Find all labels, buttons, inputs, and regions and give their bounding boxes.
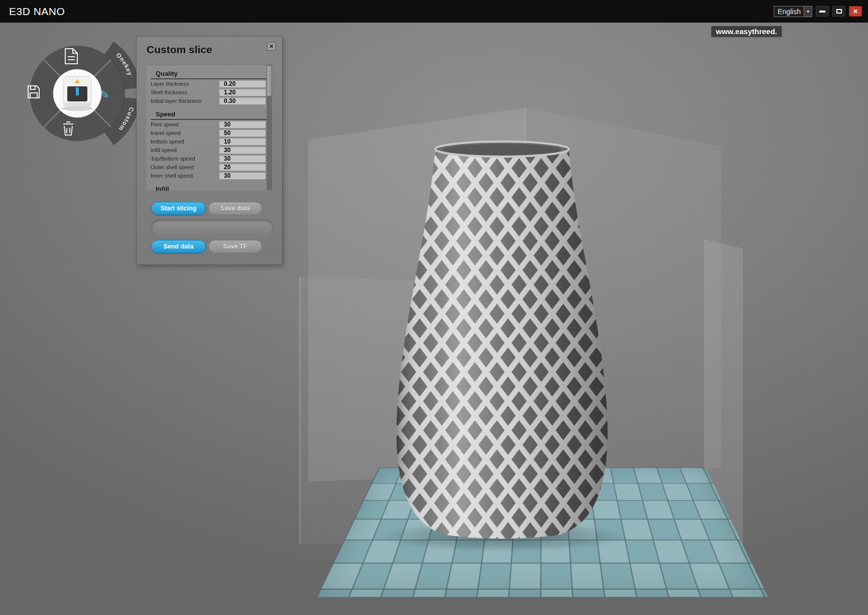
section-title: Speed <box>156 110 175 118</box>
titlebar-controls: English ▾ ✕ <box>774 6 862 17</box>
section-header-speed: Speed <box>151 110 267 120</box>
chevron-down-icon[interactable]: ▾ <box>804 7 812 17</box>
save-tf-button[interactable]: Save TF <box>208 240 262 253</box>
setting-label: Inner shell speed <box>151 173 219 179</box>
dialog-close-button[interactable]: ✕ <box>267 42 276 51</box>
setting-label: infill speed <box>151 147 219 153</box>
settings-panel[interactable]: Quality Layer thickness 0.20 Shell thick… <box>146 64 273 191</box>
setting-value-field[interactable]: 0.30 <box>219 97 266 104</box>
setting-row: Initial layer thickness 0.30 <box>146 96 266 105</box>
send-data-button[interactable]: Send data <box>151 240 206 253</box>
setting-value-field[interactable]: 50 <box>219 130 266 137</box>
start-slicing-button[interactable]: Start slicing <box>151 202 206 215</box>
section-title: Infill <box>156 185 169 191</box>
panel-scrollbar[interactable] <box>267 65 272 190</box>
setting-value-field[interactable]: 10 <box>219 138 266 145</box>
maximize-button[interactable] <box>832 6 845 17</box>
scrollbar-thumb[interactable] <box>267 66 272 96</box>
setting-value-field[interactable]: 30 <box>219 172 266 179</box>
section-header-infill: Infill <box>151 185 267 191</box>
setting-row: Layer thickness 0.20 <box>146 79 266 88</box>
setting-row: bottom speed 10 <box>146 137 266 146</box>
setting-row: Top/Bottom speed 30 <box>146 154 266 163</box>
section-title: Quality <box>156 70 178 77</box>
setting-row: Shell thickness 1.20 <box>146 88 266 96</box>
dialog-title: Custom slice <box>147 44 212 56</box>
close-icon: ✕ <box>853 9 858 15</box>
tool-wheel: Onekey Custom ✎ <box>0 0 151 156</box>
setting-label: Print speed <box>151 121 219 128</box>
setting-value-field[interactable]: 0.20 <box>219 80 266 87</box>
setting-value-field[interactable]: 20 <box>219 164 266 171</box>
titlebar: E3D NANO English ▾ ✕ <box>0 0 868 23</box>
setting-label: Top/Bottom speed <box>151 156 219 162</box>
setting-value-field[interactable]: 30 <box>219 155 266 162</box>
setting-label: travel speed <box>151 130 219 136</box>
watermark: www.easythreed. <box>711 26 782 37</box>
setting-label: Shell thickness <box>151 89 219 95</box>
setting-row: Outer shell speed 20 <box>146 163 266 171</box>
setting-label: Outer shell speed <box>151 164 219 170</box>
minimize-button[interactable] <box>816 6 829 17</box>
printer-illustration <box>62 76 92 111</box>
app-title: E3D NANO <box>9 6 65 18</box>
setting-label: Layer thickness <box>151 81 219 87</box>
setting-row: Inner shell speed 30 <box>146 171 266 180</box>
setting-label: Initial layer thickness <box>151 98 219 104</box>
section-header-quality: Quality <box>151 69 267 79</box>
setting-row: infill speed 30 <box>146 146 266 154</box>
save-data-button[interactable]: Save data <box>208 202 262 215</box>
language-select[interactable]: English ▾ <box>774 6 812 17</box>
setting-label: bottom speed <box>151 139 219 145</box>
language-label: English <box>778 8 801 16</box>
vase-opening <box>443 144 561 155</box>
minimize-icon <box>819 11 825 13</box>
setting-value-field[interactable]: 30 <box>219 121 266 128</box>
setting-value-field[interactable]: 30 <box>219 147 266 154</box>
custom-slice-dialog: Custom slice ✕ Quality Layer thickness 0… <box>137 37 282 265</box>
close-button[interactable]: ✕ <box>849 6 862 17</box>
setting-row: Print speed 30 <box>146 120 266 129</box>
maximize-icon <box>836 9 842 14</box>
setting-row: travel speed 50 <box>146 129 266 137</box>
setting-value-field[interactable]: 1.20 <box>219 89 266 96</box>
progress-bar <box>151 219 274 236</box>
